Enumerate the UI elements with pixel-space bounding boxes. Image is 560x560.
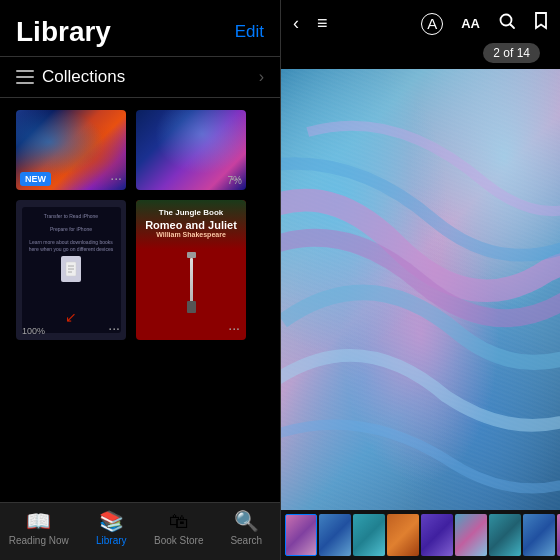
new-badge: NEW [20,172,51,186]
collections-row[interactable]: Collections › [0,56,280,98]
tab-reading-now-label: Reading Now [9,535,69,546]
circle-a-icon[interactable]: A [421,13,443,35]
tab-book-store-label: Book Store [154,535,203,546]
chevron-right-icon: › [259,68,264,86]
library-icon: 📚 [99,509,124,533]
more-dots-jungle[interactable]: ··· [228,320,240,336]
thumbnail-4[interactable] [387,514,419,556]
svg-point-4 [501,15,512,26]
reader-image[interactable] [281,69,560,510]
tab-bar: 📖 Reading Now 📚 Library 🛍 Book Store 🔍 S… [0,502,280,560]
library-panel: Library Edit Collections › NEW ··· 7% ··… [0,0,280,560]
tab-library[interactable]: 📚 Library [86,509,136,546]
aa-icon[interactable]: AA [461,16,480,31]
tab-library-label: Library [96,535,127,546]
transfer-icon [61,256,81,282]
search-reader-icon[interactable] [498,12,516,35]
thumbnail-strip [281,510,560,560]
reader-panel: ‹ ≡ A AA 2 of 14 [281,0,560,560]
page-title: Library [16,16,111,48]
fluid-art-main [281,69,560,510]
hamburger-icon [16,70,34,84]
library-header: Library Edit [0,0,280,56]
thumbnail-2[interactable] [319,514,351,556]
reader-header-left-icons: ‹ ≡ [293,13,328,34]
svg-line-5 [511,25,515,29]
more-dots-2[interactable]: ··· [230,170,242,186]
thumbnail-1[interactable] [285,514,317,556]
jungle-title: Romeo and Juliet [145,219,237,231]
transfer-inner: Transfer to Read iPhonePrepare for iPhon… [22,207,121,333]
book-cover-fluid-2[interactable]: 7% ··· [136,110,246,190]
book-cover-fluid-1[interactable]: NEW ··· [16,110,126,190]
page-indicator-row: 2 of 14 [281,43,560,67]
jungle-author: William Shakespeare [156,231,226,238]
search-tab-icon: 🔍 [234,509,259,533]
thumbnail-7[interactable] [489,514,521,556]
books-row-1: NEW ··· 7% ··· [16,110,264,190]
collections-label: Collections [42,67,259,87]
thumbnail-3[interactable] [353,514,385,556]
thumbnail-5[interactable] [421,514,453,556]
tab-book-store[interactable]: 🛍 Book Store [154,510,204,546]
tab-search[interactable]: 🔍 Search [221,509,271,546]
reader-header-right-icons: A AA [421,12,548,35]
more-dots-transfer[interactable]: ··· [108,320,120,336]
jungle-top-label: The Jungle Book [159,208,223,217]
progress-transfer: 100% [22,326,45,336]
reader-header: ‹ ≡ A AA [281,0,560,43]
thumbnail-6[interactable] [455,514,487,556]
tab-search-label: Search [230,535,262,546]
books-row-2: Transfer to Read iPhonePrepare for iPhon… [16,200,264,340]
edit-button[interactable]: Edit [235,22,264,42]
page-indicator: 2 of 14 [483,43,540,63]
sword-container [190,238,193,332]
book-cover-jungle[interactable]: The Jungle Book Romeo and Juliet William… [136,200,246,340]
list-icon[interactable]: ≡ [317,13,328,34]
book-cover-transfer[interactable]: Transfer to Read iPhonePrepare for iPhon… [16,200,126,340]
sword-icon [190,258,193,313]
bookmark-icon[interactable] [534,12,548,35]
back-icon[interactable]: ‹ [293,13,299,34]
transfer-arrow-icon: ↙ [65,309,77,325]
transfer-text: Transfer to Read iPhonePrepare for iPhon… [28,213,115,252]
thumbnail-8[interactable] [523,514,555,556]
reading-now-icon: 📖 [26,509,51,533]
books-grid: NEW ··· 7% ··· Transfer to Read iPhonePr… [0,102,280,502]
tab-reading-now[interactable]: 📖 Reading Now [9,509,69,546]
book-store-icon: 🛍 [169,510,189,533]
more-dots-1[interactable]: ··· [110,170,122,186]
